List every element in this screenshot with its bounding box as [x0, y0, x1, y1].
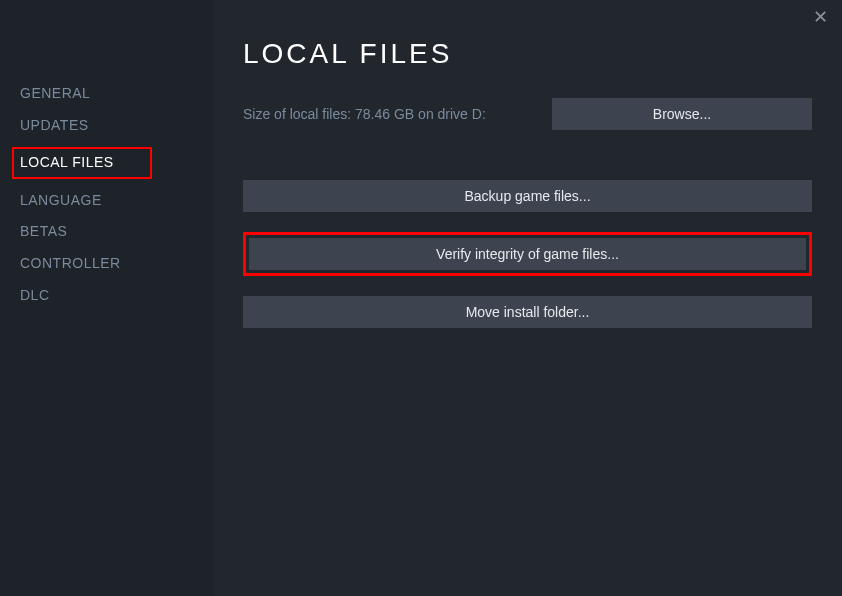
- sidebar-item-language[interactable]: LANGUAGE: [0, 185, 213, 217]
- sidebar-item-updates[interactable]: UPDATES: [0, 110, 213, 142]
- sidebar-item-label: CONTROLLER: [20, 254, 121, 274]
- sidebar-item-label: LANGUAGE: [20, 191, 102, 211]
- verify-integrity-button[interactable]: Verify integrity of game files...: [249, 238, 806, 270]
- sidebar-item-betas[interactable]: BETAS: [0, 216, 213, 248]
- backup-button[interactable]: Backup game files...: [243, 180, 812, 212]
- main-panel: ✕ LOCAL FILES Size of local files: 78.46…: [213, 0, 842, 596]
- button-label: Backup game files...: [464, 188, 590, 204]
- sidebar-item-general[interactable]: GENERAL: [0, 78, 213, 110]
- move-install-button[interactable]: Move install folder...: [243, 296, 812, 328]
- sidebar-item-dlc[interactable]: DLC: [0, 280, 213, 312]
- button-label: Verify integrity of game files...: [436, 246, 619, 262]
- button-label: Browse...: [653, 106, 711, 122]
- browse-button[interactable]: Browse...: [552, 98, 812, 130]
- sidebar-item-local-files[interactable]: LOCAL FILES: [0, 141, 213, 185]
- verify-highlight: Verify integrity of game files...: [243, 232, 812, 276]
- sidebar-item-label: LOCAL FILES: [12, 147, 152, 179]
- sidebar-item-label: BETAS: [20, 222, 67, 242]
- sidebar-item-label: UPDATES: [20, 116, 89, 136]
- sidebar: GENERAL UPDATES LOCAL FILES LANGUAGE BET…: [0, 0, 213, 596]
- sidebar-item-label: DLC: [20, 286, 50, 306]
- sidebar-item-controller[interactable]: CONTROLLER: [0, 248, 213, 280]
- close-icon[interactable]: ✕: [813, 8, 828, 26]
- page-title: LOCAL FILES: [243, 38, 812, 70]
- button-label: Move install folder...: [466, 304, 590, 320]
- size-row: Size of local files: 78.46 GB on drive D…: [243, 98, 812, 130]
- sidebar-item-label: GENERAL: [20, 84, 90, 104]
- local-size-text: Size of local files: 78.46 GB on drive D…: [243, 106, 528, 122]
